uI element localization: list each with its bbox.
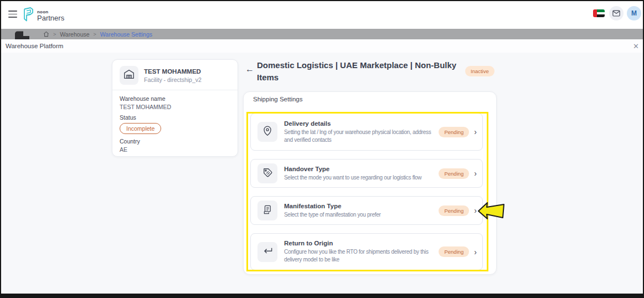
manifest-icon: [262, 204, 272, 217]
window-bottom-edge: [1, 294, 643, 297]
uae-flag-icon[interactable]: [593, 9, 605, 17]
hamburger-menu-icon[interactable]: [8, 11, 17, 18]
setting-row-return-to-origin[interactable]: Return to Origin Configure how you like …: [250, 233, 483, 270]
tag-icon: [262, 167, 273, 180]
top-bar: [1, 1, 643, 29]
status-label: Status: [120, 114, 230, 121]
avatar[interactable]: M: [627, 6, 641, 20]
back-arrow-icon[interactable]: ←: [245, 64, 254, 74]
row-title: Manifestation Type: [284, 203, 432, 209]
location-pin-icon: [262, 125, 272, 138]
chevron-right-icon[interactable]: ›: [474, 248, 477, 256]
row-description: Select the mode you want to use regardin…: [284, 174, 432, 182]
row-description: Configure how you like the RTO for shipm…: [284, 248, 432, 264]
chevron-right-icon[interactable]: ›: [474, 128, 477, 136]
warehouse-name-label: Warehouse name: [120, 95, 230, 102]
country-label: Country: [120, 138, 230, 145]
noon-logo-icon: [22, 7, 34, 24]
row-description: Select the type of manifestation you pre…: [284, 211, 432, 219]
home-icon[interactable]: [43, 31, 49, 38]
breadcrumb-separator: >: [53, 32, 56, 37]
mail-icon[interactable]: [609, 6, 624, 20]
pending-badge: Pending: [439, 127, 469, 137]
status-badge: Incomplete: [120, 123, 161, 134]
pending-badge: Pending: [439, 168, 469, 179]
breadcrumb: > Warehouse > Warehouse Settings: [43, 30, 152, 39]
row-title: Handover Type: [284, 166, 432, 172]
logo-text-bottom: Partners: [37, 14, 64, 22]
setting-row-manifestation-type[interactable]: Manifestation Type Select the type of ma…: [250, 196, 483, 225]
pending-badge: Pending: [439, 205, 469, 216]
shipping-settings-title: Shipping Settings: [253, 96, 303, 102]
warehouse-info-card: TEST MOHAMMED Facility - directship_v2 W…: [112, 59, 238, 157]
noon-partners-logo[interactable]: noon Partners: [22, 7, 64, 24]
inactive-badge: Inactive: [465, 66, 494, 76]
row-title: Return to Origin: [284, 240, 432, 246]
breadcrumb-separator: >: [94, 32, 96, 37]
facility-subtitle: Facility - directship_v2: [144, 76, 202, 83]
pending-badge: Pending: [439, 246, 469, 257]
row-title: Delivery details: [284, 120, 432, 127]
warehouse-name-header: TEST MOHAMMED: [144, 68, 202, 75]
warehouse-name-value: TEST MOHAMMED: [120, 104, 230, 110]
warehouse-icon: [123, 69, 135, 81]
country-value: AE: [120, 146, 230, 153]
page-title: Domestic Logistics | UAE Marketplace | N…: [257, 59, 474, 84]
overlay-title: Warehouse Platform: [6, 43, 63, 49]
breadcrumb-warehouse[interactable]: Warehouse: [60, 31, 89, 38]
breadcrumb-warehouse-settings[interactable]: Warehouse Settings: [100, 31, 152, 38]
app-window: noon Partners M > Warehouse > Warehouse …: [0, 0, 644, 298]
chevron-right-icon[interactable]: ›: [474, 207, 477, 214]
setting-row-delivery-details[interactable]: Delivery details Setting the lat / lng o…: [250, 113, 483, 151]
setting-row-handover-type[interactable]: Handover Type Select the mode you want t…: [250, 159, 483, 188]
return-arrow-icon: [262, 246, 273, 257]
chevron-right-icon[interactable]: ›: [474, 169, 477, 177]
close-icon[interactable]: ✕: [632, 41, 640, 52]
row-description: Setting the lat / lng of your warehouse …: [284, 129, 432, 144]
overlay-header: [1, 39, 643, 53]
